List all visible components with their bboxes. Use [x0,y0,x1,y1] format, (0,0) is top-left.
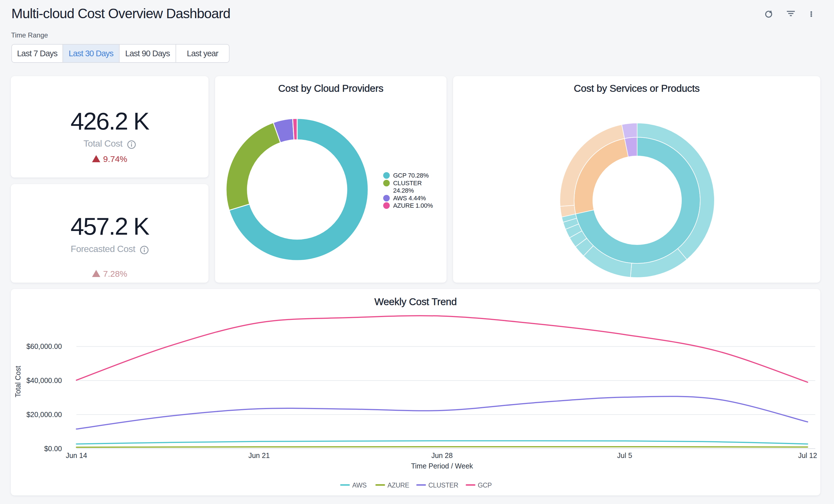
svg-text:GCP: GCP [478,482,492,489]
svg-text:Total Cost: Total Cost [14,366,22,397]
svg-text:Time Period / Week: Time Period / Week [411,462,473,470]
svg-text:Jun 28: Jun 28 [431,452,453,459]
svg-text:Jun 21: Jun 21 [248,452,269,459]
svg-text:AWS: AWS [352,482,367,489]
svg-text:$0.00: $0.00 [44,445,62,453]
svg-text:$20,000.00: $20,000.00 [26,411,62,418]
svg-text:CLUSTER: CLUSTER [429,482,458,489]
svg-text:Jul 5: Jul 5 [617,452,632,459]
svg-text:AZURE: AZURE [388,482,409,489]
svg-text:$40,000.00: $40,000.00 [26,376,62,385]
svg-text:Jun 14: Jun 14 [66,452,87,459]
svg-text:$60,000.00: $60,000.00 [26,342,62,350]
svg-text:Jul 12: Jul 12 [798,452,817,459]
